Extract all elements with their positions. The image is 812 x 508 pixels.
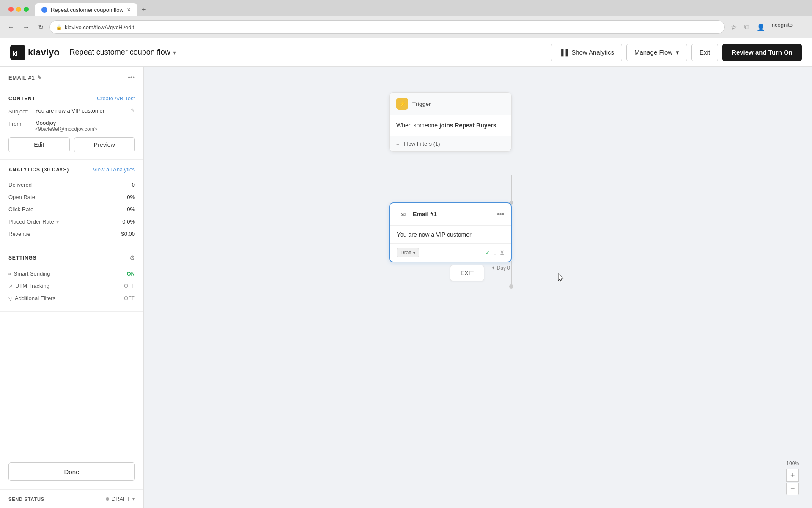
email-down-icon[interactable]: ↓: [494, 249, 497, 256]
subject-field-row: Subject: You are now a VIP customer ✎: [8, 108, 135, 115]
email-title-text: EMAIL #1: [8, 75, 35, 81]
create-ab-test-link[interactable]: Create A/B Test: [97, 95, 135, 102]
close-dot[interactable]: [8, 7, 14, 12]
trigger-node-card: ⚡ Trigger When someone joins Repeat Buye…: [389, 92, 512, 152]
trigger-text-before: When someone: [396, 122, 439, 129]
trigger-node[interactable]: ⚡ Trigger When someone joins Repeat Buye…: [389, 92, 512, 152]
settings-gear-icon[interactable]: ⚙: [129, 254, 135, 262]
show-analytics-label: Show Analytics: [571, 49, 614, 56]
browser-tab-active[interactable]: Repeat customer coupon flow ✕: [35, 3, 137, 16]
extensions-icon[interactable]: ⧉: [742, 22, 752, 33]
preview-button[interactable]: Preview: [74, 137, 135, 152]
subject-value: You are now a VIP customer: [35, 108, 127, 114]
exit-label: EXIT: [461, 270, 474, 276]
flow-name-button[interactable]: Repeat customer coupon flow ▾: [70, 48, 176, 57]
smart-sending-status[interactable]: ON: [127, 271, 135, 277]
bookmark-icon[interactable]: ☆: [728, 22, 739, 33]
analytics-row-open-rate: Open Rate 0%: [8, 191, 135, 203]
profile-icon[interactable]: 👤: [754, 22, 768, 33]
email-filter-icon[interactable]: ⊻: [500, 249, 504, 256]
content-section: CONTENT Create A/B Test Subject: You are…: [0, 88, 143, 160]
analytics-row-click-rate: Click Rate 0%: [8, 203, 135, 215]
refresh-button[interactable]: ↻: [36, 22, 46, 33]
tab-bar: Repeat customer coupon flow ✕ +: [0, 0, 812, 16]
manage-flow-button[interactable]: Manage Flow ▾: [626, 44, 687, 61]
edit-title-icon[interactable]: ✎: [37, 75, 42, 81]
from-label: From:: [8, 120, 32, 127]
smart-sending-row: ≈ Smart Sending ON: [8, 268, 135, 280]
done-section: Done: [0, 454, 143, 489]
zoom-in-button[interactable]: +: [786, 469, 799, 482]
url-text: klaviyo.com/flow/VgvcHi/edit: [65, 24, 134, 30]
zoom-out-button[interactable]: −: [786, 483, 799, 495]
additional-filters-status[interactable]: OFF: [124, 295, 135, 301]
analytics-section: ANALYTICS (30 DAYS) View all Analytics D…: [0, 160, 143, 247]
draft-label: Draft: [401, 250, 411, 256]
manage-flow-chevron-icon: ▾: [676, 49, 679, 56]
analytics-row-delivered: Delivered 0: [8, 179, 135, 191]
header-actions: ▐▐ Show Analytics Manage Flow ▾ Exit Rev…: [551, 44, 802, 61]
exit-button[interactable]: Exit: [691, 44, 718, 61]
browser-toolbar: ← → ↻ 🔒 klaviyo.com/flow/VgvcHi/edit ☆ ⧉…: [0, 16, 812, 38]
panel-spacer: [0, 312, 143, 454]
status-chevron-icon: ▾: [132, 496, 135, 502]
utm-tracking-status[interactable]: OFF: [124, 283, 135, 289]
zoom-controls: 100% + −: [786, 461, 799, 495]
edit-button[interactable]: Edit: [8, 137, 70, 152]
exit-node: EXIT: [450, 265, 484, 281]
main-layout: EMAIL #1 ✎ ••• CONTENT Create A/B Test S…: [0, 67, 812, 508]
review-turn-on-button[interactable]: Review and Turn On: [722, 44, 802, 61]
trigger-text: When someone joins Repeat Buyers.: [396, 122, 498, 129]
settings-section-title: SETTINGS: [8, 255, 36, 261]
trigger-text-bold: joins Repeat Buyers: [439, 122, 497, 129]
settings-section: SETTINGS ⚙ ≈ Smart Sending ON ↗ UTM Trac…: [0, 247, 143, 312]
email-node[interactable]: ✉ Email #1 ••• You are now a VIP custome…: [389, 202, 512, 271]
smart-sending-icon: ≈: [8, 271, 11, 277]
back-button[interactable]: ←: [5, 22, 17, 33]
tab-close-icon[interactable]: ✕: [127, 7, 131, 13]
zoom-percent: 100%: [786, 461, 799, 467]
send-status-label: SEND STATUS: [8, 497, 44, 502]
connector-line-1: [511, 175, 512, 202]
manage-flow-label: Manage Flow: [634, 49, 672, 56]
email-node-body: You are now a VIP customer: [390, 226, 511, 243]
flow-canvas: ⚡ Trigger When someone joins Repeat Buye…: [144, 67, 812, 508]
content-action-buttons: Edit Preview: [8, 137, 135, 152]
from-value-container: Moodjoy <9ba4e9ef@moodjoy.com>: [35, 120, 135, 132]
email-node-footer: Draft ▾ ✓ ↓ ⊻: [390, 243, 511, 262]
macos-window-controls: [3, 3, 34, 16]
view-all-analytics-link[interactable]: View all Analytics: [93, 166, 135, 173]
show-analytics-button[interactable]: ▐▐ Show Analytics: [551, 44, 622, 61]
email-node-footer-icons: ✓ ↓ ⊻: [485, 249, 504, 256]
panel-menu-icon[interactable]: •••: [128, 74, 135, 81]
minimize-dot[interactable]: [16, 7, 21, 12]
connector-line-2: [511, 261, 512, 286]
forward-button[interactable]: →: [20, 22, 32, 33]
maximize-dot[interactable]: [24, 7, 29, 12]
trigger-label: Trigger: [412, 101, 431, 107]
subject-edit-icon[interactable]: ✎: [131, 108, 135, 113]
trigger-lightning-icon: ⚡: [396, 98, 408, 110]
done-button[interactable]: Done: [8, 462, 135, 481]
email-node-card: ✉ Email #1 ••• You are now a VIP custome…: [389, 202, 512, 262]
email-check-icon[interactable]: ✓: [485, 249, 490, 256]
email-envelope-icon: ✉: [397, 208, 409, 220]
exit-node-card: EXIT: [450, 265, 484, 281]
draft-chevron-icon: ▾: [413, 251, 415, 255]
analytics-rows: Delivered 0 Open Rate 0% Click Rate 0% P…: [8, 179, 135, 240]
send-status-value[interactable]: DRAFT ▾: [106, 496, 135, 502]
trigger-filter-row[interactable]: ≡ Flow Filters (1): [390, 136, 511, 151]
status-dot: [106, 497, 109, 501]
analytics-row-placed-order: Placed Order Rate ▼ 0.0%: [8, 215, 135, 228]
new-tab-button[interactable]: +: [138, 3, 150, 16]
tab-title: Repeat customer coupon flow: [51, 7, 123, 13]
utm-tracking-row: ↗ UTM Tracking OFF: [8, 280, 135, 292]
menu-icon[interactable]: ⋮: [795, 22, 807, 33]
filter-icon: ≡: [396, 141, 400, 147]
email-node-menu-icon[interactable]: •••: [497, 210, 504, 218]
svg-text:kl: kl: [13, 50, 18, 57]
address-bar[interactable]: 🔒 klaviyo.com/flow/VgvcHi/edit: [49, 20, 725, 34]
draft-badge[interactable]: Draft ▾: [397, 248, 419, 257]
filter-text: Flow Filters (1): [404, 141, 440, 147]
analytics-row-revenue: Revenue $0.00: [8, 228, 135, 240]
